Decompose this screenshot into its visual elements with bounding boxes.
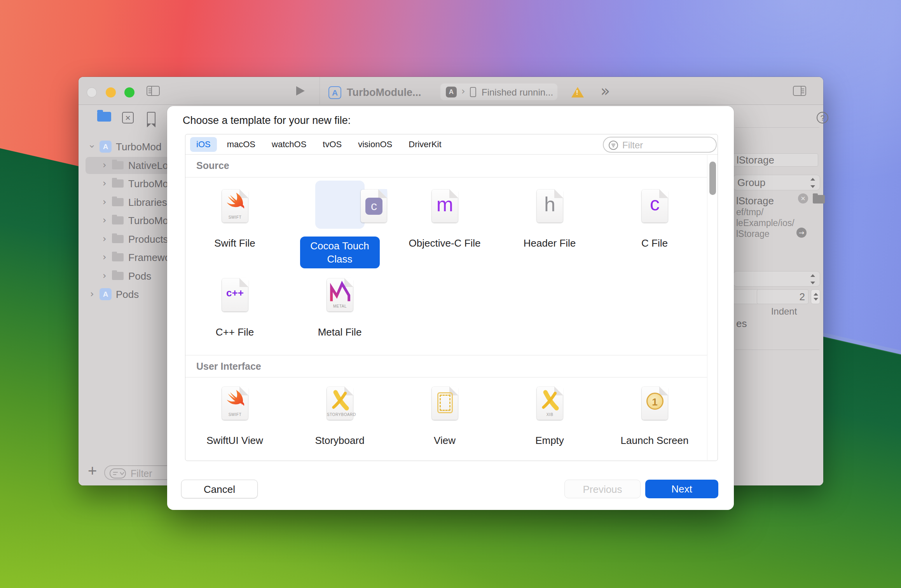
template-item-launch-screen[interactable]: 1Launch Screen [608,378,701,463]
cocoa-file-icon: c [361,190,387,223]
indent-label: Indent [767,306,801,317]
file-name-field[interactable]: lStorage [733,153,818,167]
tab-tvos[interactable]: tvOS [316,137,348,152]
objc-file-icon: m [432,190,458,223]
template-icon-zone[interactable]: h [503,181,596,229]
template-label[interactable]: Swift File [184,237,285,250]
section-divider [185,377,707,378]
disclosure-chevron-icon[interactable]: › [103,160,107,170]
activity-status[interactable]: A › Finished runnin... [440,84,557,100]
template-item-header-file[interactable]: hHeader File [503,181,596,266]
template-label[interactable]: Cocoa Touch Class [289,237,390,268]
sidebar-toggle-icon[interactable] [147,86,160,96]
dropdown-caret-icon [810,273,816,285]
traffic-light-close[interactable] [87,87,97,97]
template-icon-zone[interactable]: SWIFT [188,378,281,426]
template-item-objective-c-file[interactable]: mObjective-C File [398,181,491,266]
help-icon[interactable]: ? [817,112,828,124]
folded-corner-icon [378,189,387,198]
add-button[interactable]: + [88,462,97,480]
next-button[interactable]: Next [645,480,718,498]
disclosure-chevron-icon[interactable]: › [103,178,107,189]
template-icon-zone[interactable] [398,378,491,426]
template-item-swiftui-view[interactable]: SWIFTSwiftUI View [188,378,281,463]
template-label[interactable]: Header File [499,237,600,250]
cocoa-class-glyph: c [365,198,382,215]
template-label[interactable]: View [394,434,495,447]
tab-macos[interactable]: macOS [221,137,262,152]
view-rect-icon [432,388,458,412]
template-item-c-file[interactable]: cC File [608,181,701,266]
traffic-light-zoom[interactable] [124,87,134,97]
cancel-button[interactable]: Cancel [181,480,258,498]
desktop: A TurboModule... A › Finished runnin... … [0,0,901,588]
sidebar-item-label: Pods [128,270,151,282]
tab-visionos[interactable]: visionOS [352,137,398,152]
template-label[interactable]: Objective-C File [394,237,495,250]
template-label[interactable]: C File [604,237,705,250]
scheme-app-icon: A [328,86,341,99]
disclosure-chevron-icon[interactable]: › [103,233,107,244]
find-navigator-tab-icon[interactable]: ✕ [122,112,134,124]
tab-watchos[interactable]: watchOS [265,137,313,152]
disclosure-chevron-icon[interactable]: › [103,270,107,281]
disclosure-chevron-icon[interactable]: › [103,252,107,263]
template-label[interactable]: Storyboard [289,434,390,447]
disclosure-chevron-icon[interactable]: › [103,197,107,207]
indent-stepper-buttons[interactable] [811,289,820,304]
bookmark-navigator-tab-icon[interactable] [147,112,155,124]
template-item-cocoa-touch-class[interactable]: cCocoa Touch Class [293,181,386,266]
disclosure-chevron-icon[interactable]: › [103,215,107,226]
selected-template-label: Cocoa Touch Class [300,237,380,268]
template-filter-field[interactable]: Filter [603,137,717,153]
template-icon-zone[interactable]: STORYBOARD [293,378,386,426]
run-button[interactable] [296,86,305,96]
template-item-empty[interactable]: XIBEmpty [503,378,596,463]
swift-logo [222,388,248,412]
goto-arrow-icon[interactable]: → [796,228,807,238]
template-item-c-file[interactable]: c++C++ File [188,270,281,355]
indent-stepper-field[interactable]: 2 [757,289,808,304]
choose-folder-icon[interactable] [813,195,825,204]
filter-icon [608,140,618,150]
type-dropdown[interactable]: Group [733,175,820,190]
disclosure-chevron-icon[interactable]: › [87,144,98,148]
warning-icon[interactable]: ! [571,87,584,97]
project-navigator-tab-icon[interactable] [97,112,111,122]
c-file-icon: c [642,190,668,223]
template-icon-zone[interactable]: SWIFT [188,181,281,229]
template-item-storyboard[interactable]: STORYBOARDStoryboard [293,378,386,463]
scrollbar-thumb[interactable] [709,162,716,195]
clear-icon[interactable]: × [798,193,808,204]
template-icon-zone[interactable]: c [293,181,386,229]
template-icon-zone[interactable]: c++ [188,270,281,318]
status-separator: › [461,86,465,97]
template-label[interactable]: Metal File [289,325,390,339]
xib-file-icon: XIB [537,387,563,420]
template-label[interactable]: Launch Screen [604,434,705,447]
template-label[interactable]: Empty [499,434,600,447]
template-item-swift-file[interactable]: SWIFTSwift File [188,181,281,266]
view-file-icon [432,387,458,420]
template-item-view[interactable]: View [398,378,491,463]
template-icon-zone[interactable]: 1 [608,378,701,426]
scrollbar-track[interactable] [707,155,718,460]
template-icon-zone[interactable]: XIB [503,378,596,426]
template-icon-zone[interactable]: m [398,181,491,229]
traffic-light-minimize[interactable] [106,87,116,97]
template-item-metal-file[interactable]: METALMetal File [293,270,386,355]
template-icon-zone[interactable]: c [608,181,701,229]
template-label[interactable]: SwiftUI View [184,434,285,447]
disclosure-chevron-icon[interactable]: › [90,289,94,299]
text-settings-dropdown[interactable] [733,271,820,287]
template-label[interactable]: C++ File [184,325,285,339]
sidebar-item-label: Framewo [128,252,170,264]
template-icon-zone[interactable]: METAL [293,270,386,318]
inspector-toggle-icon[interactable] [793,86,806,96]
tab-ios[interactable]: iOS [190,137,217,152]
template-filter-placeholder: Filter [622,140,643,151]
previous-button[interactable]: Previous [564,480,641,498]
tab-driverkit[interactable]: DriverKit [402,137,447,152]
toolbar-overflow-icon[interactable]: » [601,82,608,100]
section-header: User Interface [196,361,261,372]
